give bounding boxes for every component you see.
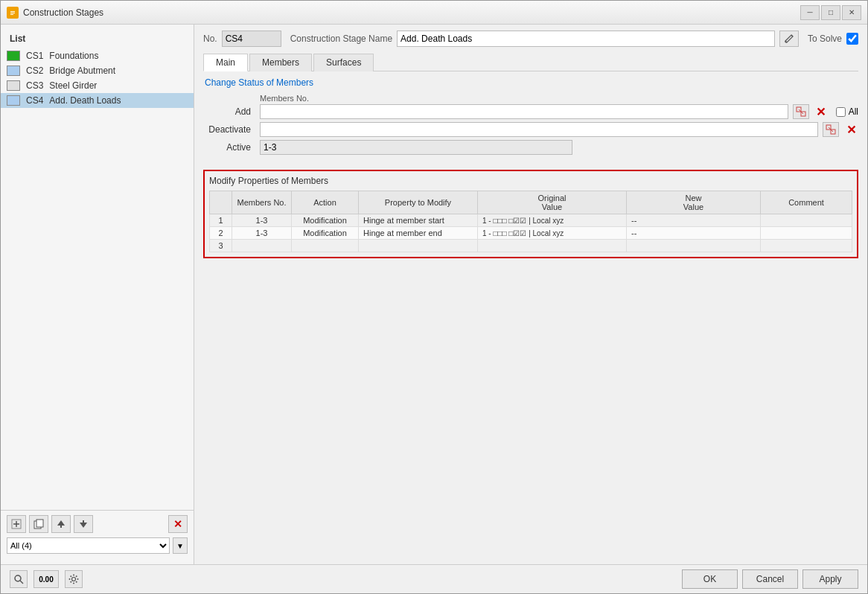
modify-properties-section: Modify Properties of Members Members No.… [203, 170, 858, 258]
search-button[interactable] [10, 570, 28, 588]
row1-new: -- [627, 214, 761, 227]
main-window: Construction Stages ─ □ ✕ List CS1 Found… [0, 0, 868, 594]
row1-members: 1-3 [232, 214, 292, 227]
table-header-row: Members No. Action Property to Modify Or… [210, 191, 852, 214]
sidebar-item-cs1[interactable]: CS1 Foundations [1, 48, 194, 63]
svg-rect-10 [60, 526, 62, 528]
tab-surfaces[interactable]: Surfaces [313, 54, 374, 71]
svg-point-26 [73, 583, 74, 584]
main-content: List CS1 Foundations CS2 Bridge Abutment [1, 25, 867, 564]
top-form-row: No. Construction Stage Name To Solve [203, 31, 858, 47]
add-clear-button[interactable]: ✕ [814, 104, 829, 119]
deactivate-clear-button[interactable]: ✕ [843, 122, 858, 137]
bottom-bar: 0.00 OK Cancel Apply [1, 564, 867, 593]
deactivate-select-button[interactable] [823, 122, 839, 137]
cancel-button[interactable]: Cancel [742, 569, 798, 589]
active-label: Active [203, 142, 255, 153]
deactivate-label: Deactivate [203, 124, 255, 135]
tabs-container: Main Members Surfaces [203, 53, 858, 71]
row2-action: Modification [292, 227, 359, 240]
col-new: NewValue [627, 191, 761, 214]
cs3-color-indicator [7, 80, 20, 91]
deactivate-members-input[interactable] [260, 122, 818, 137]
decimal-button[interactable]: 0.00 [33, 570, 59, 588]
table-row[interactable]: 2 1-3 Modification Hinge at member end 1… [210, 227, 852, 240]
row1-original: 1 - □□□ □☑☑ | Local xyz [478, 214, 627, 227]
tab-members[interactable]: Members [249, 54, 312, 71]
move-down-button[interactable] [74, 515, 93, 533]
delete-stage-button[interactable]: ✕ [168, 515, 188, 533]
cs4-color-indicator [7, 95, 20, 106]
members-no-header-row: Members No. [203, 94, 858, 103]
cs3-name: Steel Girder [49, 80, 97, 91]
svg-rect-12 [83, 520, 84, 523]
all-label: All [849, 106, 858, 117]
all-stages-select[interactable]: All (4) [7, 537, 170, 554]
new-stage-button[interactable] [7, 515, 26, 533]
row2-members: 1-3 [232, 227, 292, 240]
row2-num: 2 [210, 227, 232, 240]
change-status-title: Change Status of Members [203, 77, 858, 88]
dropdown-arrow-button[interactable]: ▼ [173, 537, 188, 554]
name-input[interactable] [397, 31, 775, 47]
add-members-input[interactable] [260, 104, 788, 119]
sidebar-items-container: CS1 Foundations CS2 Bridge Abutment CS3 … [1, 48, 194, 510]
members-no-header: Members No. [260, 94, 309, 103]
cs2-name: Bridge Abutment [49, 66, 115, 76]
modify-properties-table: Members No. Action Property to Modify Or… [209, 191, 852, 252]
maximize-button[interactable]: □ [821, 5, 840, 20]
cs3-id: CS3 [26, 80, 43, 91]
sidebar-footer-buttons: ✕ [7, 515, 188, 533]
active-row: Active [203, 140, 858, 155]
ok-button[interactable]: OK [682, 569, 738, 589]
add-label: Add [203, 106, 255, 117]
svg-marker-9 [57, 520, 65, 526]
col-comment: Comment [761, 191, 852, 214]
col-num [210, 191, 232, 214]
cs1-id: CS1 [26, 51, 43, 61]
minimize-button[interactable]: ─ [800, 5, 820, 20]
close-button[interactable]: ✕ [842, 5, 861, 20]
col-members: Members No. [232, 191, 292, 214]
sidebar-header: List [1, 31, 194, 48]
window-title: Construction Stages [23, 7, 103, 18]
edit-name-button[interactable] [779, 31, 799, 47]
sidebar-item-cs4[interactable]: CS4 Add. Death Loads [1, 93, 194, 108]
no-input[interactable] [222, 31, 281, 47]
row1-action: Modification [292, 214, 359, 227]
tab-main[interactable]: Main [203, 54, 248, 71]
svg-point-28 [77, 578, 79, 580]
svg-point-30 [76, 581, 77, 583]
settings-button[interactable] [65, 570, 83, 588]
svg-point-31 [76, 575, 77, 577]
cs1-name: Foundations [49, 51, 98, 61]
copy-stage-button[interactable] [29, 515, 48, 533]
table-row[interactable]: 1 1-3 Modification Hinge at member start… [210, 214, 852, 227]
no-field-group: No. [203, 31, 281, 47]
to-solve-label: To Solve [808, 33, 842, 44]
add-select-button[interactable] [793, 104, 809, 119]
move-up-button[interactable] [51, 515, 71, 533]
apply-button[interactable]: Apply [802, 569, 858, 589]
all-checkbox[interactable] [836, 107, 846, 117]
row1-property: Hinge at member start [359, 214, 478, 227]
row3-members [232, 240, 292, 252]
row2-original: 1 - □□□ □☑☑ | Local xyz [478, 227, 627, 240]
table-row[interactable]: 3 [210, 240, 852, 252]
change-status-section: Change Status of Members Members No. Add… [203, 77, 858, 158]
to-solve-checkbox[interactable] [846, 33, 858, 45]
svg-rect-2 [10, 13, 15, 13]
svg-point-32 [70, 581, 71, 583]
sidebar-item-cs3[interactable]: CS3 Steel Girder [1, 78, 194, 93]
cs4-name: Add. Death Loads [49, 95, 121, 106]
no-label: No. [203, 33, 217, 44]
deactivate-row: Deactivate ✕ [203, 122, 858, 137]
right-panel: No. Construction Stage Name To Solve [194, 25, 867, 564]
row1-num: 1 [210, 214, 232, 227]
row2-new: -- [627, 227, 761, 240]
sidebar-item-cs2[interactable]: CS2 Bridge Abutment [1, 63, 194, 78]
name-label: Construction Stage Name [290, 33, 392, 44]
svg-point-24 [72, 578, 76, 581]
svg-marker-11 [80, 523, 87, 528]
svg-point-22 [15, 575, 21, 581]
